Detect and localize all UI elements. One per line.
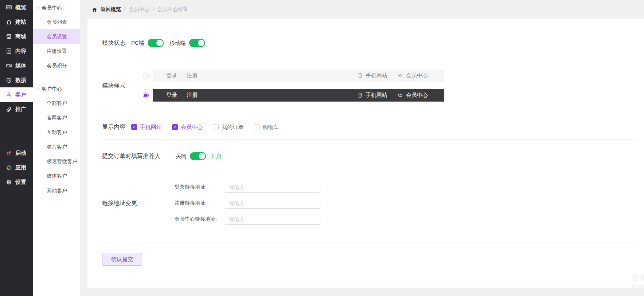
sidebar-item-express-customers[interactable]: 极速官微客户 (33, 154, 80, 169)
navbar-preview-dark[interactable]: 登录 注册 手机网站 会员中心 (153, 89, 444, 102)
section-divider (102, 139, 637, 140)
pc-toggle[interactable] (148, 39, 164, 47)
module-status-label: 模块状态 (102, 39, 125, 47)
section-divider (102, 60, 637, 60)
link-fields: 登录链接地址: 注册链接地址: 会员中心链接地址: (175, 182, 644, 225)
sidebar-item-label: 数据 (15, 77, 26, 84)
sidebar-item-mall[interactable]: 商城 (0, 29, 33, 44)
confirm-submit-button[interactable]: 确认提交 (102, 253, 142, 266)
pc-toggle-label: PC端 (131, 40, 144, 47)
sidebar-item-website-customers[interactable]: 官网客户 (33, 110, 80, 125)
preview-mobile-site: 手机网站 (358, 92, 387, 99)
register-link-input[interactable] (225, 198, 320, 209)
checkbox-member-center[interactable]: ✓ 会员中心 (172, 124, 203, 131)
sidebar-item-member-points[interactable]: 会员积分 (33, 58, 80, 73)
checkbox-my-orders[interactable]: 我的订单 (213, 124, 243, 131)
sidebar-item-customer[interactable]: 客户 (0, 87, 33, 102)
style-option-dark: 登录 注册 手机网站 会员中心 (143, 89, 644, 102)
navbar-preview-light[interactable]: 登录 注册 手机网站 会员中心 (153, 70, 444, 82)
sidebar-item-other-customers[interactable]: 其他客户 (33, 183, 80, 198)
data-icon (5, 77, 12, 83)
sidebar-item-label: 内容 (15, 48, 26, 55)
main-area: 返回概览 / 会员中心 / 会员中心设置 模块状态 PC端 移动端 模块样式 (80, 0, 644, 296)
sidebar-item-apps[interactable]: 应用 (0, 160, 33, 175)
preview-login-label: 登录 (166, 72, 177, 79)
module-style-label: 模块样式 (102, 82, 125, 90)
group-header-customer-center[interactable]: ∧ 客户中心 (33, 83, 80, 96)
radio-dark-style[interactable] (143, 92, 149, 98)
sidebar-item-member-settings[interactable]: 会员设置 (33, 29, 80, 44)
apps-icon (5, 164, 12, 171)
sidebar-item-interactive-customers[interactable]: 互动客户 (33, 125, 80, 139)
sidebar-item-content[interactable]: 内容 (0, 44, 33, 58)
style-option-light: 登录 注册 手机网站 会员中心 (143, 70, 644, 82)
checkbox-checked-icon[interactable]: ✓ (131, 124, 137, 130)
breadcrumb: 返回概览 / 会员中心 / 会员中心设置 (80, 0, 644, 19)
sidebar-item-data[interactable]: 数据 (0, 73, 33, 87)
referrer-toggle[interactable] (190, 152, 206, 160)
referrer-label: 提交订单时填写推荐人 (102, 153, 160, 160)
launch-icon (5, 150, 12, 156)
sidebar-item-promotion[interactable]: 推广 (0, 102, 33, 117)
sidebar-item-card-customers[interactable]: 名片客户 (33, 139, 80, 154)
checkbox-checked-icon[interactable]: ✓ (172, 124, 178, 130)
sidebar-item-label: 概览 (15, 4, 26, 11)
phone-icon (358, 92, 363, 98)
primary-sidebar: 概览 建站 商城 内容 媒体 (0, 0, 33, 296)
sidebar-item-launch[interactable]: 启动 (0, 146, 33, 160)
preview-login-label: 登录 (166, 92, 177, 99)
sidebar-item-media-customers[interactable]: 媒体客户 (33, 169, 80, 183)
referrer-row: 提交订单时填写推荐人 关闭 开启 (102, 151, 644, 161)
phone-icon (358, 73, 363, 78)
display-content-row: 显示内容 ✓ 手机网站 ✓ 会员中心 我的订单 购物车 (102, 122, 644, 132)
preview-member-center: 会员中心 (398, 72, 428, 79)
promotion-icon (5, 106, 12, 113)
group-header-label: 会员中心 (42, 5, 62, 11)
breadcrumb-member-center-settings: 会员中心设置 (157, 6, 188, 13)
checkbox-mobile-site[interactable]: ✓ 手机网站 (131, 124, 162, 131)
crown-icon (398, 93, 403, 98)
sidebar-item-settings[interactable]: 设置 (0, 175, 33, 189)
member-center-link-input[interactable] (225, 214, 320, 225)
sidebar-item-media[interactable]: 媒体 (0, 58, 33, 73)
register-link-field: 注册链接地址: (175, 198, 644, 209)
sidebar-item-site[interactable]: 建站 (0, 15, 33, 29)
sidebar-item-register-settings[interactable]: 注册设置 (33, 44, 80, 58)
checkbox-shopping-cart[interactable]: 购物车 (254, 124, 279, 131)
preview-register-label: 注册 (187, 72, 198, 79)
sidebar-footer: 启动 应用 设置 (0, 146, 33, 189)
site-icon (5, 19, 12, 25)
referrer-off-label: 关闭 (176, 153, 187, 160)
link-addresses-row: 链接地址变更: 登录链接地址: 注册链接地址: 会员中心链接地址: (102, 182, 644, 225)
sidebar-item-label: 客户 (15, 91, 26, 98)
checkbox-unchecked-icon[interactable] (213, 124, 219, 130)
breadcrumb-back[interactable]: 返回概览 (101, 6, 121, 13)
checkbox-unchecked-icon[interactable] (254, 124, 259, 130)
login-link-input[interactable] (225, 182, 320, 193)
settings-icon (5, 179, 12, 185)
module-status-row: 模块状态 PC端 移动端 (102, 38, 644, 48)
app-window: 概览 建站 商城 内容 媒体 (0, 0, 644, 296)
settings-card: 模块状态 PC端 移动端 模块样式 登录 注册 (87, 19, 644, 288)
module-style-row: 模块样式 登录 注册 手机网站 (102, 70, 644, 102)
display-content-label: 显示内容 (102, 123, 125, 131)
breadcrumb-separator: / (124, 7, 126, 12)
breadcrumb-member-center[interactable]: 会员中心 (129, 6, 149, 13)
home-icon[interactable] (92, 7, 97, 12)
member-center-link-field: 会员中心链接地址: (175, 214, 644, 225)
chevron-up-icon: ∧ (37, 7, 40, 10)
mobile-toggle[interactable] (189, 39, 205, 47)
chevron-up-icon: ∧ (37, 88, 40, 91)
sidebar-item-label: 媒体 (15, 62, 26, 69)
sidebar-item-label: 设置 (15, 179, 26, 186)
group-header-label: 客户中心 (42, 86, 62, 92)
content-icon (5, 48, 12, 54)
sidebar-item-overview[interactable]: 概览 (0, 0, 33, 15)
sidebar-item-member-list[interactable]: 会员列表 (33, 15, 80, 29)
group-header-member-center[interactable]: ∧ 会员中心 (33, 1, 80, 15)
radio-light-style[interactable] (143, 73, 149, 79)
sidebar-item-label: 建站 (15, 19, 26, 25)
mall-icon (5, 33, 12, 40)
section-divider (102, 170, 637, 170)
sidebar-item-all-customers[interactable]: 全部客户 (33, 96, 80, 110)
